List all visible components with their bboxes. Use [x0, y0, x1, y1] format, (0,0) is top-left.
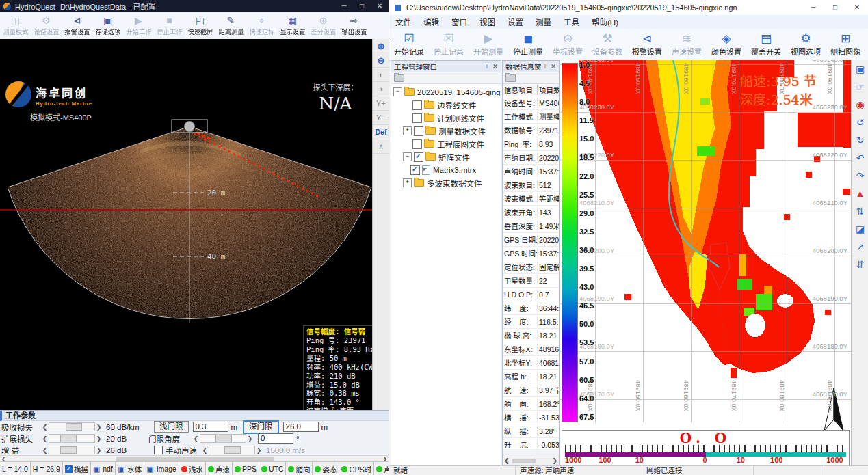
- table-row[interactable]: 东坐标X: 48916: [503, 342, 559, 356]
- table-row[interactable]: 声纳日期: 202205: [503, 151, 559, 165]
- toolbar-button[interactable]: ⊲ 报警设置: [62, 12, 92, 39]
- table-row[interactable]: H D O P: 0.7: [503, 288, 559, 301]
- info-horizontal-scrollbar[interactable]: ❮ ❯: [503, 457, 559, 465]
- table-row[interactable]: 数据帧号: 23971: [503, 124, 559, 137]
- save-target-segment[interactable]: Image: [144, 462, 179, 475]
- save-target-segment[interactable]: ndf: [91, 462, 116, 475]
- toolbar-button[interactable]: ▦ 显示设置: [277, 12, 308, 39]
- sonar-display[interactable]: 20 m 40 m 海卓同创 Hydro-tech Marine 模拟模式-MS…: [0, 39, 372, 410]
- sonar-tool-button[interactable]: Def: [373, 125, 389, 139]
- table-row[interactable]: 声纳时间: 15:37:2: [503, 165, 559, 178]
- toolbar-button[interactable]: ▶ 开始测量: [469, 29, 508, 60]
- table-row[interactable]: GPS 日期: 202205: [503, 233, 559, 247]
- table-row[interactable]: GPS 时间: 15:37:2: [503, 247, 559, 260]
- checkbox-checked[interactable]: [414, 152, 423, 162]
- menu-item[interactable]: 测量: [529, 16, 557, 27]
- close-icon[interactable]: ✕: [491, 63, 499, 70]
- table-row[interactable]: 纬 度: 36:44:: [503, 301, 559, 315]
- toolbar-button[interactable]: ◼ 停止测量: [508, 29, 548, 60]
- menu-item[interactable]: 工具: [557, 16, 586, 27]
- table-row[interactable]: 北坐标Y: 40681: [503, 356, 559, 370]
- checkbox-checked[interactable]: [410, 165, 420, 175]
- table-row[interactable]: 定位状态: 固定解: [503, 260, 559, 274]
- map-tool-button[interactable]: ↶: [852, 149, 868, 167]
- close-icon[interactable]: ✕: [371, 0, 389, 12]
- close-icon[interactable]: ✕: [549, 63, 557, 70]
- close-icon[interactable]: ✕: [846, 0, 868, 15]
- gate-angle-input[interactable]: 0: [258, 433, 293, 444]
- toolbar-button[interactable]: ⚙ 设备设置: [31, 12, 62, 39]
- slider-left-arrow[interactable]: ❮: [41, 424, 49, 431]
- map-tool-button[interactable]: ◪: [852, 220, 868, 238]
- table-row[interactable]: 卫星数量: 22: [503, 274, 559, 288]
- minimize-icon[interactable]: ─: [802, 0, 824, 15]
- tree-item-matrix[interactable]: − 矩阵文件: [391, 150, 501, 163]
- toolbar-button[interactable]: ≋ 声速设置: [667, 29, 707, 60]
- toolbar-button[interactable]: ⚙ 视图选项: [786, 29, 826, 60]
- toolbar-button[interactable]: ⚒ 设备参数: [588, 29, 627, 60]
- folder-icon[interactable]: [505, 74, 516, 82]
- tree-root[interactable]: − 20220519_154605-qingxie: [391, 85, 501, 98]
- deep-gate-button[interactable]: 深门限: [243, 420, 279, 434]
- deep-gate-input[interactable]: 26.0: [283, 422, 319, 432]
- gate-angle-slider[interactable]: ❮ ❯: [192, 434, 254, 443]
- toolbar-button[interactable]: ☑ 开始记录: [389, 29, 429, 60]
- sonar-tool-button[interactable]: ⊖: [373, 53, 389, 68]
- table-row[interactable]: 设备型号: MS400P: [503, 96, 559, 110]
- toolbar-button[interactable]: ▶ 开始工作: [123, 12, 154, 39]
- toolbar-button[interactable]: ▣ 存储选项: [92, 12, 123, 39]
- map-tool-button[interactable]: ↗: [852, 238, 868, 256]
- gain-slider[interactable]: ❮ ❯: [41, 446, 103, 454]
- table-row[interactable]: Ping 率: 8.93: [503, 137, 559, 151]
- table-row[interactable]: 艏 向: 168.2°: [503, 397, 559, 411]
- maximize-icon[interactable]: □: [824, 0, 846, 15]
- checkbox-unchecked[interactable]: [412, 113, 422, 123]
- minimize-icon[interactable]: ─: [335, 0, 353, 12]
- absorption-loss-slider[interactable]: ❮ ❯: [41, 422, 103, 431]
- toolbar-button[interactable]: ⌖ 快速定标: [246, 12, 277, 39]
- toolbar-button[interactable]: ⊕ 差分设置: [308, 12, 339, 39]
- folder-icon[interactable]: [394, 74, 404, 82]
- roll-checkbox[interactable]: ✓: [65, 465, 73, 473]
- table-row[interactable]: 波束模式: 等距模式: [503, 192, 559, 206]
- toolbar-button[interactable]: ▤ 覆盖开关: [746, 29, 786, 60]
- roll-checkbox-segment[interactable]: ✓ 横摇: [63, 462, 91, 475]
- map-tool-button[interactable]: ↺: [852, 113, 868, 131]
- map-tool-button[interactable]: ▣: [852, 60, 868, 78]
- tree-item-survey[interactable]: + 测量数据文件: [391, 124, 501, 137]
- expand-icon[interactable]: +: [403, 178, 412, 187]
- toolbar-button[interactable]: ◰ 快速截屏: [185, 12, 215, 39]
- pin-icon[interactable]: ⊤: [483, 63, 491, 70]
- expand-icon[interactable]: +: [403, 126, 412, 135]
- shallow-gate-button[interactable]: 浅门限: [154, 421, 189, 433]
- toolbar-button[interactable]: ⊞ 侧扫图像: [826, 29, 865, 60]
- toolbar-button[interactable]: ⊛ 坐标设置: [548, 29, 588, 60]
- table-row[interactable]: 椭 球 高: 18.21: [503, 329, 559, 342]
- map-tool-button[interactable]: ☞: [852, 78, 868, 96]
- tree-item-matrix-file[interactable]: Matrix3.mtrx: [391, 163, 501, 176]
- maximize-icon[interactable]: □: [353, 0, 371, 12]
- table-row[interactable]: 垂直深度: 1.49米: [503, 219, 559, 233]
- slider-right-arrow[interactable]: ❯: [95, 424, 103, 431]
- save-target-segment[interactable]: 水体: [116, 462, 144, 475]
- toolbar-button[interactable]: ✎ 距离测量: [215, 12, 246, 39]
- sonar-tool-button[interactable]: Y+: [373, 96, 389, 111]
- checkbox-unchecked[interactable]: [412, 100, 422, 110]
- sonar-tool-button[interactable]: ∧: [373, 139, 389, 154]
- tree-item-plan[interactable]: 计划测线文件: [391, 111, 501, 124]
- sonar-tool-button[interactable]: ◑: [373, 82, 389, 96]
- map-tool-button[interactable]: ↷: [852, 167, 868, 185]
- map-tool-button[interactable]: ↻: [852, 131, 868, 149]
- map-tool-button[interactable]: ◉: [852, 96, 868, 113]
- tree-item-basemap[interactable]: 工程底图文件: [391, 137, 501, 150]
- checkbox-unchecked[interactable]: [414, 126, 423, 136]
- sonar-tool-button[interactable]: ◐: [373, 68, 389, 82]
- toolbar-button[interactable]: ◫ 测量模式: [0, 12, 31, 39]
- tree-item-multibeam[interactable]: + 多波束数据文件: [391, 176, 501, 189]
- toolbar-button[interactable]: ☒ 停止记录: [429, 29, 469, 60]
- menu-item[interactable]: 视图: [473, 16, 501, 27]
- menu-item[interactable]: 设置: [501, 16, 529, 27]
- table-row[interactable]: 升 沉: -0.053: [503, 438, 559, 449]
- slider-thumb[interactable]: [66, 423, 82, 431]
- table-row[interactable]: 经 度: 116:5:: [503, 315, 559, 329]
